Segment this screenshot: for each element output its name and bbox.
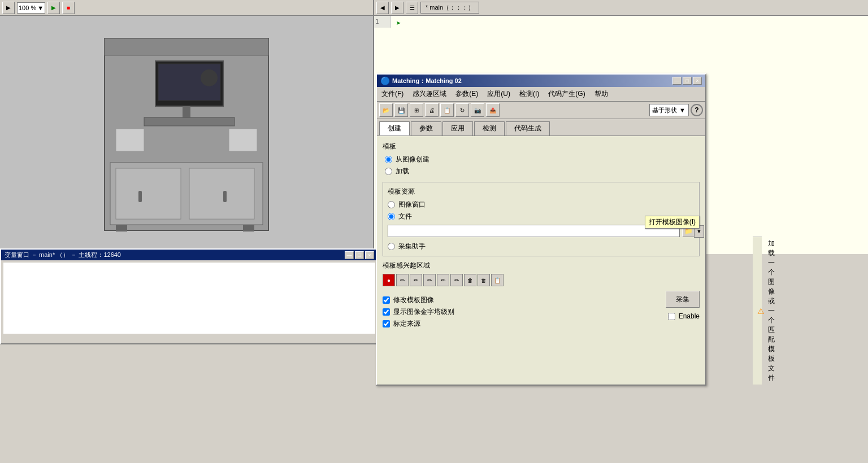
dlg-copy-btn[interactable]: 📋 [440, 103, 454, 117]
menu-detect[interactable]: 检测(I) [517, 88, 541, 100]
template-section: 模板 从图像创建 加载 [383, 142, 700, 176]
main-tab-label: * main（：：：） [426, 4, 474, 11]
main-tab[interactable]: * main（：：：） [420, 2, 479, 14]
source-title: 模板资源 [388, 187, 695, 196]
svg-rect-5 [144, 117, 235, 126]
tooltip-text: 打开模板图像(I) [649, 218, 696, 226]
radio-image-window-label: 图像窗口 [398, 200, 426, 209]
dlg-export-btn[interactable]: 📤 [486, 103, 500, 117]
cb-calibration[interactable]: 标定来源 [383, 319, 454, 329]
menu-codegen[interactable]: 代码产生(G) [546, 88, 587, 100]
var-window-restore[interactable]: □ [355, 251, 364, 259]
roi-btn-red[interactable]: ● [383, 274, 395, 286]
warning-icon: ⚠ [757, 307, 765, 316]
enable-checkbox[interactable] [668, 313, 675, 320]
menu-help[interactable]: 帮助 [592, 88, 610, 100]
help-btn[interactable]: ? [691, 104, 703, 116]
back-btn[interactable]: ◀ [376, 2, 389, 14]
cb-modify-template[interactable]: 修改模板图像 [383, 295, 454, 305]
menu-roi[interactable]: 感兴趣区域 [410, 88, 449, 100]
dialog-status-bar: ⚠ 加载一个图像或一个匹配模板文件 [753, 237, 762, 385]
code-editor-header: ◀ ▶ ☰ * main（：：：） [374, 0, 868, 16]
radio-load[interactable] [385, 168, 392, 175]
menu-params[interactable]: 参数(E) [453, 88, 480, 100]
menu-file[interactable]: 文件(F) [379, 88, 406, 100]
checkbox-modify[interactable] [383, 296, 390, 304]
tab-codegen[interactable]: 代码生成 [506, 121, 550, 136]
cb-pyramid-label: 显示图像金字塔级别 [393, 307, 454, 317]
radio-image-window[interactable] [388, 201, 395, 208]
dlg-open-btn[interactable]: 📂 [379, 103, 393, 117]
ide-background: ▶ 100 % ▼ ▶ ■ 🔍 👤 [0, 0, 868, 463]
svg-rect-12 [243, 225, 254, 231]
tab-apply[interactable]: 应用 [442, 121, 473, 136]
dlg-save-btn[interactable]: 💾 [394, 103, 408, 117]
dialog-title: Matching：Matching 02 [392, 77, 462, 85]
radio-file-label: 文件 [398, 212, 412, 221]
status-text: 加载一个图像或一个匹配模板文件 [768, 239, 775, 383]
tab-create[interactable]: 创建 [379, 121, 410, 136]
roi-btn-pencil2[interactable]: ✏ [410, 274, 422, 286]
roi-btn-pencil3[interactable]: ✏ [423, 274, 436, 286]
roi-toolbar: ● ✏ ✏ ✏ ✏ ✏ 🗑 🗑 📋 [383, 274, 700, 286]
svg-rect-8 [189, 168, 254, 219]
template-title: 模板 [383, 142, 700, 151]
image-view-area [0, 16, 373, 253]
file-path-input[interactable] [388, 225, 680, 237]
roi-btn-delete2[interactable]: 🗑 [478, 274, 490, 286]
forward-btn[interactable]: ▶ [391, 2, 403, 14]
svg-rect-7 [116, 168, 181, 219]
toolbar-btn-1[interactable]: ▶ [2, 2, 15, 14]
shape-select[interactable]: 基于形状 ▼ [649, 104, 689, 116]
var-window-close[interactable]: × [365, 251, 374, 259]
roi-btn-pencil4[interactable]: ✏ [437, 274, 449, 286]
menu-apply[interactable]: 应用(U) [485, 88, 513, 100]
roi-btn-pencil1[interactable]: ✏ [396, 274, 409, 286]
machine-image-svg [99, 33, 274, 236]
roi-btn-clipboard[interactable]: 📋 [491, 274, 504, 286]
dialog-minimize-btn[interactable]: — [672, 77, 682, 85]
zoom-select[interactable]: 100 % ▼ [17, 2, 45, 14]
enable-label: Enable [679, 312, 700, 320]
checkbox-calibration[interactable] [383, 320, 390, 327]
editor-menu-btn[interactable]: ☰ [406, 2, 418, 14]
roi-section: 模板感兴趣区域 ● ✏ ✏ ✏ ✏ ✏ 🗑 🗑 📋 [383, 261, 700, 286]
roi-btn-pencil5[interactable]: ✏ [450, 274, 463, 286]
template-radio-group: 从图像创建 加载 [383, 155, 700, 176]
source-acq-assistant[interactable]: 采集助手 [388, 242, 695, 251]
template-from-image[interactable]: 从图像创建 [385, 155, 700, 164]
source-image-window[interactable]: 图像窗口 [388, 200, 695, 209]
dlg-camera-btn[interactable]: 📷 [471, 103, 484, 117]
svg-rect-13 [116, 129, 144, 151]
svg-rect-4 [183, 106, 190, 117]
radio-acq[interactable] [388, 243, 395, 250]
dialog-close-btn[interactable]: × [693, 77, 702, 85]
dlg-table-btn[interactable]: ⊞ [410, 103, 423, 117]
dialog-restore-btn[interactable]: □ [683, 77, 692, 85]
checkbox-pyramid[interactable] [383, 308, 390, 316]
cb-calibration-label: 标定来源 [393, 319, 420, 329]
dialog-menubar: 文件(F) 感兴趣区域 参数(E) 应用(U) 检测(I) 代码产生(G) 帮助 [377, 87, 705, 102]
toolbar-btn-stop[interactable]: ■ [62, 2, 75, 14]
checkbox-group: 修改模板图像 显示图像金字塔级别 标定来源 [383, 295, 454, 329]
toolbar-btn-run[interactable]: ▶ [47, 2, 60, 14]
variable-window: 变量窗口 － main* （） － 主线程：12640 — □ × [0, 248, 379, 344]
radio-file[interactable] [388, 213, 395, 220]
dlg-refresh-btn[interactable]: ↻ [455, 103, 469, 117]
zoom-dropdown-icon[interactable]: ▼ [37, 5, 44, 11]
svg-rect-9 [138, 191, 142, 202]
svg-rect-14 [229, 129, 257, 151]
radio-acq-label: 采集助手 [398, 242, 426, 251]
radio-from-image[interactable] [385, 156, 392, 163]
var-window-minimize[interactable]: — [345, 251, 354, 259]
tab-params[interactable]: 参数 [411, 121, 441, 136]
tab-detect[interactable]: 检测 [474, 121, 505, 136]
template-load[interactable]: 加载 [385, 167, 700, 176]
collect-btn[interactable]: 采集 [666, 291, 700, 308]
cb-modify-label: 修改模板图像 [393, 295, 434, 305]
dlg-print-btn[interactable]: 🖨 [425, 103, 439, 117]
dialog-icon: 🔵 [380, 76, 390, 85]
roi-title: 模板感兴趣区域 [383, 261, 700, 270]
roi-btn-delete1[interactable]: 🗑 [464, 274, 476, 286]
cb-show-pyramid[interactable]: 显示图像金字塔级别 [383, 307, 454, 317]
